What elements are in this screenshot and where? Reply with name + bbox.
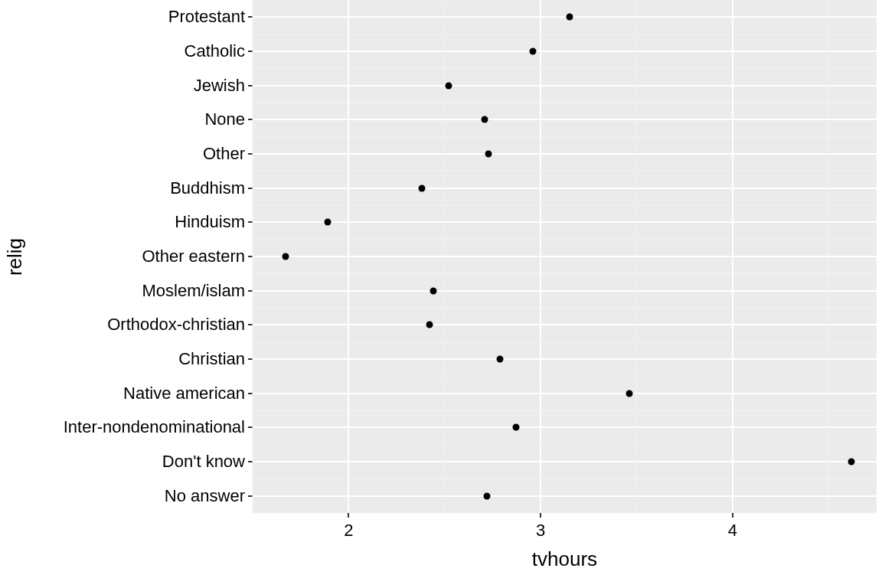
data-point bbox=[512, 424, 519, 431]
hgrid-major bbox=[253, 85, 877, 87]
hgrid-major bbox=[253, 461, 877, 462]
hgrid-major bbox=[253, 256, 877, 257]
x-axis-title-text: tvhours bbox=[532, 547, 597, 570]
vgrid-major bbox=[348, 0, 349, 513]
y-axis-title: relig bbox=[0, 0, 31, 513]
hgrid-major bbox=[253, 153, 877, 155]
y-tick-label: Hinduism bbox=[175, 212, 245, 232]
hgrid-minor bbox=[253, 34, 877, 34]
y-tick-label: Don't know bbox=[162, 452, 245, 472]
hgrid-major bbox=[253, 324, 877, 325]
hgrid-minor bbox=[253, 308, 877, 309]
hgrid-major bbox=[253, 16, 877, 18]
data-point bbox=[530, 48, 537, 55]
y-tick-label: Buddhism bbox=[170, 178, 245, 198]
hgrid-minor bbox=[253, 273, 877, 274]
data-point bbox=[483, 492, 490, 499]
y-axis-labels: ProtestantCatholicJewishNoneOtherBuddhis… bbox=[31, 0, 253, 513]
y-tick-label: Inter-nondenominational bbox=[64, 417, 245, 437]
hgrid-major bbox=[253, 393, 877, 394]
x-tick-mark bbox=[540, 513, 541, 518]
y-tick-label: Catholic bbox=[185, 41, 245, 61]
hgrid-major bbox=[253, 426, 877, 428]
data-point bbox=[482, 116, 488, 123]
hgrid-minor bbox=[253, 479, 877, 479]
hgrid-major bbox=[253, 495, 877, 497]
x-tick-mark bbox=[732, 513, 733, 518]
hgrid-minor bbox=[253, 239, 877, 240]
data-point bbox=[430, 287, 436, 294]
data-point bbox=[848, 459, 855, 466]
data-point bbox=[426, 322, 433, 328]
y-tick-label: No answer bbox=[165, 486, 245, 506]
data-point bbox=[485, 151, 492, 158]
vgrid-minor bbox=[636, 0, 637, 513]
hgrid-major bbox=[253, 119, 877, 120]
hgrid-minor bbox=[253, 410, 877, 411]
hgrid-major bbox=[253, 51, 877, 52]
y-tick-label: Other bbox=[203, 144, 245, 164]
hgrid-minor bbox=[253, 376, 877, 377]
hgrid-major bbox=[253, 221, 877, 223]
x-axis-title: tvhours bbox=[253, 547, 877, 571]
hgrid-minor bbox=[253, 171, 877, 172]
vgrid-minor bbox=[444, 0, 445, 513]
y-tick-label: Protestant bbox=[168, 7, 245, 27]
data-point bbox=[418, 185, 425, 191]
hgrid-minor bbox=[253, 103, 877, 103]
data-point bbox=[566, 14, 573, 21]
y-tick-label: Other eastern bbox=[142, 247, 245, 266]
y-tick-label: Native american bbox=[123, 384, 245, 403]
vgrid-minor bbox=[828, 0, 829, 513]
plot-area bbox=[253, 0, 877, 513]
hgrid-minor bbox=[253, 205, 877, 206]
y-tick-label: Jewish bbox=[194, 76, 245, 96]
hgrid-major bbox=[253, 358, 877, 360]
x-axis-ticks: 234 bbox=[253, 513, 877, 544]
data-point bbox=[324, 219, 331, 226]
y-axis-title-text: relig bbox=[4, 237, 28, 275]
data-point bbox=[445, 82, 452, 89]
y-tick-label: Orthodox-christian bbox=[107, 315, 245, 335]
chart-container: relig ProtestantCatholicJewishNoneOtherB… bbox=[0, 0, 882, 588]
vgrid-major bbox=[540, 0, 541, 513]
hgrid-minor bbox=[253, 136, 877, 137]
x-tick-label: 4 bbox=[728, 521, 737, 541]
vgrid-major bbox=[732, 0, 733, 513]
data-point bbox=[282, 253, 289, 260]
hgrid-major bbox=[253, 290, 877, 292]
hgrid-minor bbox=[253, 0, 877, 1]
y-tick-label: None bbox=[204, 109, 245, 129]
y-tick-label: Christian bbox=[178, 349, 245, 369]
x-tick-label: 3 bbox=[536, 521, 545, 541]
vgrid-minor bbox=[253, 0, 253, 513]
hgrid-minor bbox=[253, 444, 877, 445]
data-point bbox=[626, 390, 632, 397]
x-tick-mark bbox=[348, 513, 349, 518]
hgrid-minor bbox=[253, 68, 877, 69]
x-tick-label: 2 bbox=[344, 521, 353, 541]
hgrid-minor bbox=[253, 341, 877, 342]
data-point bbox=[497, 356, 504, 363]
y-tick-label: Moslem/islam bbox=[142, 281, 245, 301]
hgrid-major bbox=[253, 188, 877, 189]
